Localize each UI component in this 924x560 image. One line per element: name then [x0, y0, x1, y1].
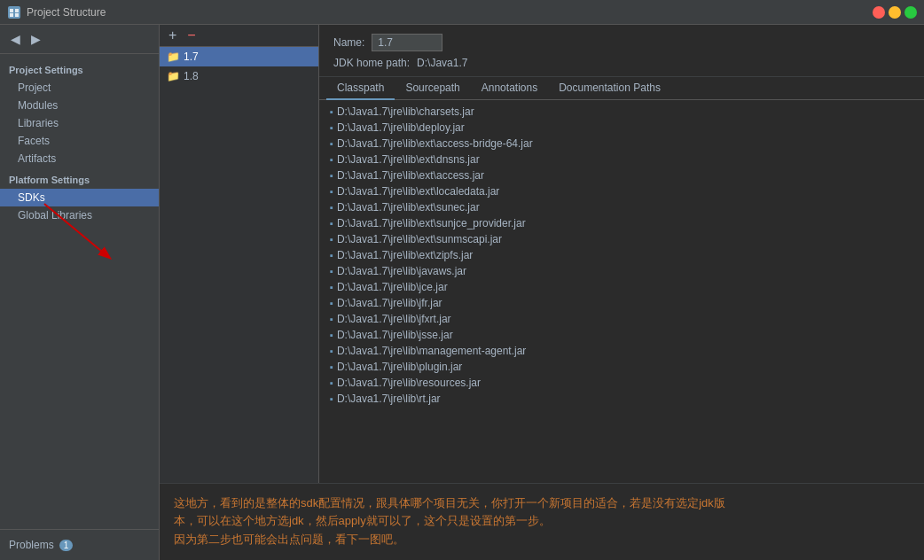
sidebar-bottom: Problems 1 [0, 529, 159, 560]
back-button[interactable]: ◀ [7, 30, 24, 48]
file-item[interactable]: ▪D:\Java1.7\jre\lib\ext\access.jar [319, 167, 924, 183]
sidebar-item-modules[interactable]: Modules [0, 97, 159, 114]
file-item[interactable]: ▪D:\Java1.7\jre\lib\ext\sunjce_provider.… [319, 215, 924, 231]
sdk-list: 📁 1.7 📁 1.8 [160, 47, 318, 483]
file-path: D:\Java1.7\jre\lib\jce.jar [337, 281, 448, 293]
jar-icon: ▪ [330, 186, 333, 197]
content-area: + − 📁 1.7 📁 1.8 [160, 25, 924, 560]
forward-button[interactable]: ▶ [27, 30, 44, 48]
file-path: D:\Java1.7\jre\lib\jsse.jar [337, 329, 453, 341]
sidebar-item-facets[interactable]: Facets [0, 132, 159, 150]
file-item[interactable]: ▪D:\Java1.7\jre\lib\ext\access-bridge-64… [319, 136, 924, 152]
sidebar-item-global-libraries[interactable]: Global Libraries [0, 206, 159, 224]
jdk-value: D:\Java1.7 [417, 57, 467, 69]
jar-icon: ▪ [330, 346, 333, 356]
jar-icon: ▪ [330, 393, 333, 404]
file-path: D:\Java1.7\jre\lib\ext\zipfs.jar [337, 249, 473, 261]
jdk-label: JDK home path: [333, 57, 410, 69]
file-item[interactable]: ▪D:\Java1.7\jre\lib\jfxrt.jar [319, 311, 924, 327]
file-item[interactable]: ▪D:\Java1.7\jre\lib\jsse.jar [319, 327, 924, 343]
sidebar-item-project[interactable]: Project [0, 79, 159, 97]
annotation-line1: 这地方，看到的是整体的sdk配置情况，跟具体哪个项目无关，你打开一个新项目的适合… [174, 496, 725, 509]
sidebar-item-artifacts[interactable]: Artifacts [0, 150, 159, 167]
file-path: D:\Java1.7\jre\lib\rt.jar [337, 393, 441, 405]
sdk-item-18[interactable]: 📁 1.8 [160, 66, 318, 86]
jar-icon: ▪ [330, 106, 333, 117]
jar-icon: ▪ [330, 377, 333, 388]
svg-rect-2 [15, 9, 19, 12]
jar-icon: ▪ [330, 138, 333, 149]
name-label: Name: [333, 36, 364, 49]
name-row: Name: [333, 34, 910, 51]
file-item[interactable]: ▪D:\Java1.7\jre\lib\ext\zipfs.jar [319, 247, 924, 263]
sidebar-item-sdks[interactable]: SDKs [0, 189, 159, 206]
window-controls [873, 6, 917, 19]
file-path: D:\Java1.7\jre\lib\ext\sunec.jar [337, 201, 480, 214]
content-inner: + − 📁 1.7 📁 1.8 [160, 25, 924, 483]
jar-icon: ▪ [330, 314, 333, 324]
file-item[interactable]: ▪D:\Java1.7\jre\lib\ext\dnsns.jar [319, 152, 924, 167]
annotation-line3: 因为第二步也可能会出点问题，看下一图吧。 [174, 533, 404, 546]
file-item[interactable]: ▪D:\Java1.7\jre\lib\management-agent.jar [319, 343, 924, 359]
tab-annotations[interactable]: Annotations [471, 77, 548, 100]
file-item[interactable]: ▪D:\Java1.7\jre\lib\deploy.jar [319, 120, 924, 136]
remove-sdk-button[interactable]: − [184, 28, 199, 43]
sidebar-item-problems[interactable]: Problems 1 [0, 535, 159, 555]
tab-classpath[interactable]: Classpath [326, 77, 395, 100]
file-item[interactable]: ▪D:\Java1.7\jre\lib\jfr.jar [319, 295, 924, 311]
problems-badge: 1 [59, 540, 74, 551]
tab-documentation-paths[interactable]: Documentation Paths [548, 77, 671, 100]
sdk-name-18: 1.8 [184, 70, 199, 82]
file-item[interactable]: ▪D:\Java1.7\jre\lib\charsets.jar [319, 104, 924, 120]
sidebar-item-libraries[interactable]: Libraries [0, 114, 159, 132]
platform-settings-title: Platform Settings [0, 167, 159, 189]
annotation-line2: 本，可以在这个地方选jdk，然后apply就可以了，这个只是设置的第一步。 [174, 514, 551, 527]
file-item[interactable]: ▪D:\Java1.7\jre\lib\ext\sunec.jar [319, 199, 924, 215]
file-item[interactable]: ▪D:\Java1.7\jre\lib\ext\sunmscapi.jar [319, 231, 924, 247]
sidebar: ◀ ▶ Project Settings Project Modules Lib… [0, 25, 160, 560]
jar-icon: ▪ [330, 330, 333, 340]
main-layout: ◀ ▶ Project Settings Project Modules Lib… [0, 25, 924, 560]
file-item[interactable]: ▪D:\Java1.7\jre\lib\ext\localedata.jar [319, 183, 924, 199]
sdk-name-17: 1.7 [184, 51, 199, 63]
minimize-button[interactable] [889, 6, 901, 19]
file-path: D:\Java1.7\jre\lib\deploy.jar [337, 121, 465, 134]
file-item[interactable]: ▪D:\Java1.7\jre\lib\jce.jar [319, 279, 924, 295]
jar-icon: ▪ [330, 298, 333, 308]
jar-icon: ▪ [330, 234, 333, 245]
file-path: D:\Java1.7\jre\lib\ext\localedata.jar [337, 185, 499, 198]
file-path: D:\Java1.7\jre\lib\ext\access.jar [337, 169, 484, 182]
file-item[interactable]: ▪D:\Java1.7\jre\lib\plugin.jar [319, 359, 924, 375]
file-item[interactable]: ▪D:\Java1.7\jre\lib\resources.jar [319, 375, 924, 391]
name-input[interactable] [372, 34, 442, 51]
sidebar-toolbar: ◀ ▶ [0, 25, 159, 54]
file-path: D:\Java1.7\jre\lib\ext\sunjce_provider.j… [337, 217, 526, 229]
tabs-bar: Classpath Sourcepath Annotations Documen… [319, 77, 924, 100]
jar-icon: ▪ [330, 122, 333, 133]
jar-icon: ▪ [330, 218, 333, 229]
jar-icon: ▪ [330, 250, 333, 261]
sdk-list-panel: + − 📁 1.7 📁 1.8 [160, 25, 319, 483]
file-path: D:\Java1.7\jre\lib\plugin.jar [337, 361, 462, 373]
title-text: Project Structure [27, 6, 106, 19]
close-button[interactable] [873, 6, 885, 19]
jar-icon: ▪ [330, 154, 333, 165]
file-path: D:\Java1.7\jre\lib\resources.jar [337, 377, 481, 389]
file-path: D:\Java1.7\jre\lib\management-agent.jar [337, 345, 526, 357]
file-item[interactable]: ▪D:\Java1.7\jre\lib\javaws.jar [319, 263, 924, 279]
annotation-text: 这地方，看到的是整体的sdk配置情况，跟具体哪个项目无关，你打开一个新项目的适合… [174, 494, 910, 549]
sdk-item-17[interactable]: 📁 1.7 [160, 47, 318, 66]
add-sdk-button[interactable]: + [165, 28, 180, 43]
file-list: ▪D:\Java1.7\jre\lib\charsets.jar▪D:\Java… [319, 100, 924, 483]
folder-icon-18: 📁 [167, 70, 180, 82]
file-item[interactable]: ▪D:\Java1.7\jre\lib\rt.jar [319, 391, 924, 407]
jar-icon: ▪ [330, 170, 333, 181]
tab-sourcepath[interactable]: Sourcepath [395, 77, 470, 100]
file-path: D:\Java1.7\jre\lib\ext\dnsns.jar [337, 153, 480, 166]
svg-rect-3 [10, 13, 13, 17]
sdk-toolbar: + − [160, 25, 318, 47]
detail-panel: Name: JDK home path: D:\Java1.7 Classpat… [319, 25, 924, 483]
annotation-area: 这地方，看到的是整体的sdk配置情况，跟具体哪个项目无关，你打开一个新项目的适合… [160, 483, 924, 560]
maximize-button[interactable] [904, 6, 917, 19]
file-path: D:\Java1.7\jre\lib\jfxrt.jar [337, 313, 451, 325]
